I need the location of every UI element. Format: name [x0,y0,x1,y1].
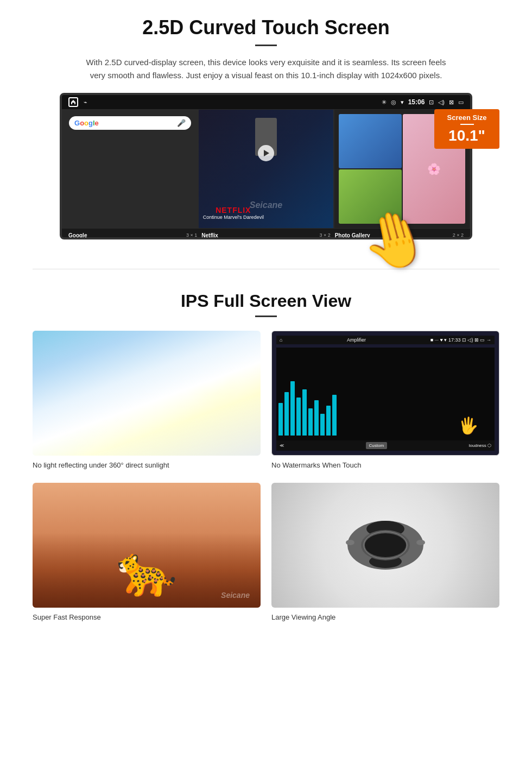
status-left: ⌁ [68,97,87,107]
ips-grid-row2: 🐆 Seicane Super Fast Response [33,483,499,621]
amp-loudness: loudness ⬡ [469,443,491,448]
cheetah-block: 🐆 Seicane Super Fast Response [33,483,261,621]
google-label-text: Google [68,232,87,238]
sunlight-block: No light reflecting under 360° direct su… [33,331,261,469]
badge-underline [460,124,474,125]
sunlight-image [33,331,261,456]
amplifier-block: ⌂ Amplifier ■ ··· ♥ ▾ 17:33 ⊡ ◁) ⊠ ▭ → [271,331,499,469]
netflix-logo-text: NETFLIX [203,206,264,215]
netflix-app-cell[interactable]: NETFLIX Continue Marvel's Daredevil [198,109,334,229]
amp-bar-7 [314,400,319,436]
badge-label: Screen Size [440,113,494,122]
amp-footer: ≪ Custom loudness ⬡ [276,440,495,451]
seicane-watermark-cheetah: Seicane [221,591,250,600]
volume-icon: ◁) [438,99,445,106]
location-icon: ◎ [391,99,396,106]
google-grid-text: 3 × 1 [186,232,197,238]
google-app-cell[interactable]: Google 🎤 [62,109,198,229]
badge-size: 10.1" [440,127,494,144]
amp-bar-4 [296,398,301,436]
svg-point-10 [416,540,425,545]
cheetah-image: 🐆 Seicane [33,483,261,608]
netflix-grid-text: 3 × 2 [319,232,330,238]
amp-hand: 🖐 [458,416,478,435]
gallery-grid-text: 2 × 2 [453,232,464,238]
amplifier-caption: No Watermarks When Touch [271,461,499,469]
section-curved-touch: 2.5D Curved Touch Screen With 2.5D curve… [0,0,532,253]
gallery-thumb-1 [339,114,401,168]
status-right: ✳ ◎ ▾ 15:06 ⊡ ◁) ⊠ ▭ [382,98,464,106]
amp-custom-btn[interactable]: Custom [366,442,388,449]
title-underline [255,45,277,46]
amp-bar-10 [332,395,337,436]
section-ips: IPS Full Screen View No light reflecting… [0,286,532,646]
play-triangle [264,150,269,156]
cheetah-caption: Super Fast Response [33,613,261,621]
amp-icons: ■ ··· ♥ ▾ 17:33 ⊡ ◁) ⊠ ▭ → [430,337,491,343]
car-caption: Large Viewing Angle [271,613,499,621]
netflix-label: Netflix 3 × 2 [199,230,332,239]
camera-icon: ⊡ [429,99,434,106]
section-divider [33,269,499,269]
status-bar: ⌁ ✳ ◎ ▾ 15:06 ⊡ ◁) ⊠ ▭ [62,95,470,109]
hand-illustration: 🤚 [361,208,429,272]
amplifier-image: ⌂ Amplifier ■ ··· ♥ ▾ 17:33 ⊡ ◁) ⊠ ▭ → [271,331,499,456]
amp-bar-5 [302,389,307,436]
google-logo: Google [74,119,99,127]
svg-marker-0 [71,100,75,104]
home-icon[interactable] [68,97,78,107]
signal-icon: ▾ [401,99,404,106]
car-top-svg [331,502,440,589]
google-search-bar[interactable]: Google 🎤 [69,116,191,130]
netflix-label-overlay: NETFLIX Continue Marvel's Daredevil [203,206,264,220]
car-image [271,483,499,608]
window-icon: ▭ [458,99,464,106]
amp-bar-3 [290,381,295,436]
status-time: 15:06 [408,98,425,106]
close-icon: ⊠ [449,99,454,106]
svg-point-9 [346,540,354,545]
ips-grid-row1: No light reflecting under 360° direct su… [33,331,499,469]
device-mockup: Screen Size 10.1" ⌁ ✳ ◎ ▾ [60,93,472,239]
amp-bar-9 [326,406,331,436]
car-block: Large Viewing Angle [271,483,499,621]
amp-bar-6 [308,408,313,436]
section1-title: 2.5D Curved Touch Screen [33,16,499,39]
amp-bar-2 [284,392,289,436]
amp-title: Amplifier [347,337,366,343]
section2-underline [255,316,277,317]
amp-bar-1 [278,403,283,436]
mic-icon[interactable]: 🎤 [177,119,186,127]
netflix-label-text: Netflix [201,232,218,238]
play-button[interactable] [258,145,274,161]
sunlight-caption: No light reflecting under 360° direct su… [33,461,261,469]
bluetooth-icon: ✳ [382,99,387,106]
amp-bar-8 [320,414,325,436]
amp-header: ⌂ Amplifier ■ ··· ♥ ▾ 17:33 ⊡ ◁) ⊠ ▭ → [276,336,495,344]
amp-home: ⌂ [280,337,282,343]
screen-size-badge: Screen Size 10.1" [434,109,499,149]
section2-title: IPS Full Screen View [33,291,499,311]
google-label: Google 3 × 1 [66,230,199,239]
section1-description: With 2.5D curved-display screen, this de… [81,56,451,82]
usb-icon: ⌁ [84,99,87,106]
svg-point-7 [365,533,406,557]
netflix-subtitle: Continue Marvel's Daredevil [203,215,264,220]
amp-content: 🖐 [276,348,495,440]
amp-back-btn: ≪ [280,443,284,448]
